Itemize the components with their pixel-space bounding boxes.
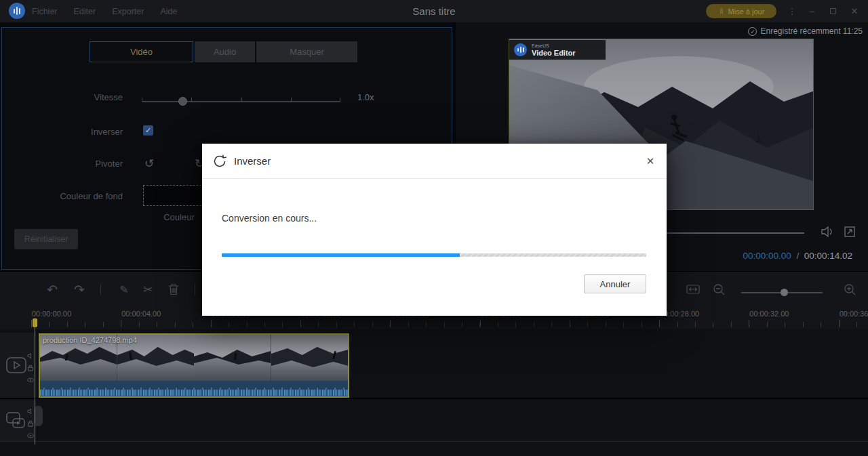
toolbar-separator xyxy=(100,284,101,295)
fit-timeline-icon[interactable] xyxy=(685,281,701,297)
watermark: EaseUS Video Editor xyxy=(509,40,606,60)
reverse-rotate-icon xyxy=(212,153,228,169)
timeline-clip[interactable]: production ID_4274798.mp4 xyxy=(39,333,349,398)
track-lock-icon[interactable] xyxy=(27,417,34,430)
ruler-major-ticks xyxy=(31,320,868,327)
progress-bar xyxy=(222,253,646,257)
trash-icon[interactable] xyxy=(165,281,182,297)
rotate-ccw-icon[interactable]: ↺ xyxy=(142,156,157,171)
video-track-header xyxy=(0,333,37,398)
scissors-icon[interactable]: ✂ xyxy=(140,281,156,297)
minimize-button[interactable]: – xyxy=(803,0,821,22)
speed-value: 1.0x xyxy=(357,92,374,102)
progress-fill xyxy=(222,253,460,257)
overlay-track-icon[interactable] xyxy=(6,412,26,432)
saved-status: ✓ Enregistré récemment 11:25 xyxy=(748,26,863,36)
speed-label: Vitesse xyxy=(2,92,123,102)
track-mute-icon[interactable] xyxy=(27,350,34,362)
menu-item[interactable]: Exporter xyxy=(112,7,144,16)
reverse-label: Inverser xyxy=(2,127,123,137)
rotate-label: Pivoter xyxy=(2,159,123,169)
audio-waveform xyxy=(40,390,348,396)
background-color-label: Couleur de fond xyxy=(2,191,123,201)
dialog-close-button[interactable]: ✕ xyxy=(644,154,657,168)
track-visibility-icon[interactable] xyxy=(27,374,34,386)
overlay-track-header xyxy=(0,400,37,441)
speed-slider-knob[interactable] xyxy=(178,97,187,106)
timeline-zoom-slider[interactable] xyxy=(741,292,823,293)
track-lock-icon[interactable] xyxy=(27,362,34,374)
ruler-timestamp: 00:00:36.00 xyxy=(835,310,868,318)
playhead-line xyxy=(35,319,35,444)
window-title: Sans titre xyxy=(412,0,455,22)
dialog-title: Inverser xyxy=(234,155,271,167)
video-track: production ID_4274798.mp4 xyxy=(0,333,868,399)
ruler-timestamp: 00:00:32.00 xyxy=(745,310,793,318)
tab-mask[interactable]: Masquer xyxy=(256,41,357,62)
tab-video[interactable]: Vidéo xyxy=(90,41,193,62)
ruler-timestamp: 00:00:04.00 xyxy=(117,310,165,318)
zoom-in-icon[interactable] xyxy=(842,281,858,297)
timecode-current: 00:00:00.00 xyxy=(743,251,791,261)
track-mute-icon[interactable] xyxy=(27,405,34,417)
speed-slider[interactable] xyxy=(142,101,340,102)
reset-button[interactable]: Réinitialiser xyxy=(14,229,78,249)
pencil-icon[interactable]: ✎ xyxy=(116,281,132,297)
undo-icon[interactable]: ↶ xyxy=(44,281,60,297)
ruler-timestamp: 00:00:00.00 xyxy=(27,310,76,318)
video-track-icon[interactable] xyxy=(6,357,26,376)
app-logo-icon xyxy=(9,3,25,19)
update-button[interactable]: Mise à jour xyxy=(706,4,776,18)
speaker-icon[interactable] xyxy=(821,226,834,241)
tracks-area: production ID_4274798.mp4 xyxy=(0,329,868,456)
clip-audio-strip xyxy=(40,381,348,396)
tab-audio[interactable]: Audio xyxy=(195,41,255,62)
dialog-header: Inverser ✕ xyxy=(202,144,667,179)
reverse-dialog: Inverser ✕ Conversion en cours... Annule… xyxy=(202,144,667,316)
timeline-zoom-knob[interactable] xyxy=(781,289,788,296)
menu-item[interactable]: Fichier xyxy=(32,7,58,16)
dialog-message: Conversion en cours... xyxy=(222,213,317,224)
overlay-track xyxy=(0,400,868,442)
titlebar: FichierEditerExporterAide Sans titre Mis… xyxy=(0,0,868,22)
menu-item[interactable]: Editer xyxy=(74,7,96,16)
redo-icon[interactable]: ↷ xyxy=(71,281,87,297)
toolbar-separator xyxy=(195,284,195,295)
timecode: 00:00:00.00 / 00:00:14.02 xyxy=(743,251,852,261)
reverse-checkbox[interactable]: ✓ xyxy=(143,125,153,136)
zoom-out-icon[interactable] xyxy=(711,281,727,297)
easeus-logo-icon xyxy=(514,43,527,56)
maximize-button[interactable] xyxy=(824,0,842,22)
clip-filename: production ID_4274798.mp4 xyxy=(43,336,137,344)
fullscreen-icon[interactable] xyxy=(844,226,855,240)
timecode-total: 00:00:14.02 xyxy=(804,251,852,261)
menubar: FichierEditerExporterAide xyxy=(32,0,177,22)
rocket-icon xyxy=(718,8,725,15)
track-visibility-icon[interactable] xyxy=(27,430,34,442)
close-window-button[interactable]: ✕ xyxy=(846,0,863,22)
kebab-menu-icon[interactable]: ⋮ xyxy=(783,0,801,22)
cancel-button[interactable]: Annuler xyxy=(584,274,646,293)
check-circle-icon: ✓ xyxy=(748,27,757,36)
menu-item[interactable]: Aide xyxy=(160,7,177,16)
